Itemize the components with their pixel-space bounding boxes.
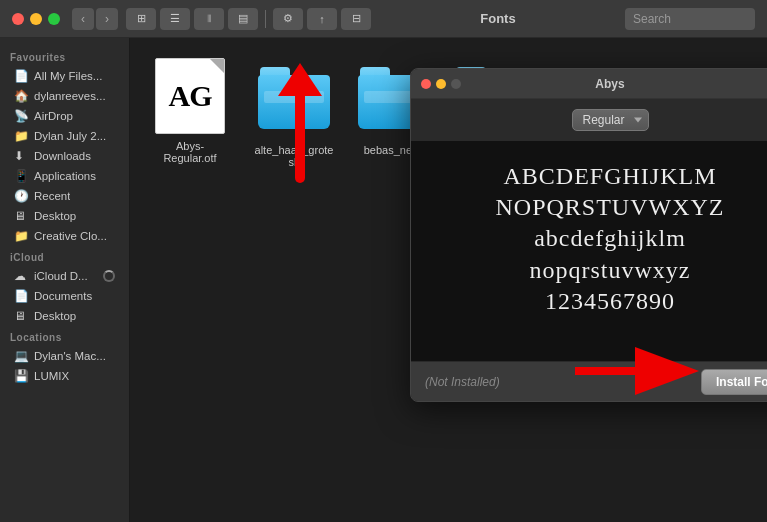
sidebar-item-all-my-files[interactable]: 📄 All My Files... [4, 66, 125, 86]
loading-spinner [103, 270, 115, 282]
traffic-lights [12, 13, 60, 25]
toolbar: ⊞ ☰ ⫴ ▤ ⚙ ↑ ⊟ [126, 8, 371, 30]
icloud-icon: ☁ [14, 269, 28, 283]
sidebar-item-dylanreeves[interactable]: 🏠 dylanreeves... [4, 86, 125, 106]
cover-flow-button[interactable]: ▤ [228, 8, 258, 30]
font-display: ABCDEFGHIJKLM NOPQRSTUVWXYZ abcdefghijkl… [411, 141, 767, 361]
sidebar-item-label: Dylan's Mac... [34, 350, 106, 362]
font-line-4: nopqrstuvwxyz [530, 255, 691, 286]
file-name-label: alte_haas_grotesk [254, 144, 334, 168]
file-area: AG Abys-Regular.otf alte_haas_grotesk [130, 38, 767, 522]
folder-icon: 📁 [14, 129, 28, 143]
sidebar-item-documents[interactable]: 📄 Documents [4, 286, 125, 306]
panel-controls: Regular [411, 99, 767, 141]
document-icon: 📄 [14, 69, 28, 83]
font-file-icon: AG [155, 58, 225, 134]
file-item-alte-haas[interactable]: alte_haas_grotesk [254, 58, 334, 168]
folder-body [258, 75, 330, 129]
sidebar-item-label: Desktop [34, 310, 76, 322]
install-font-button[interactable]: Install Font [701, 369, 767, 395]
back-button[interactable]: ‹ [72, 8, 94, 30]
list-view-button[interactable]: ☰ [160, 8, 190, 30]
file-name-label: Abys-Regular.otf [150, 140, 230, 164]
action-button[interactable]: ⊟ [341, 8, 371, 30]
document-icon: 📄 [14, 289, 28, 303]
sidebar-item-label: Dylan July 2... [34, 130, 106, 142]
panel-title: Abys [461, 77, 759, 91]
recent-icon: 🕐 [14, 189, 28, 203]
folder-shine [264, 91, 324, 103]
sidebar-item-recent[interactable]: 🕐 Recent [4, 186, 125, 206]
preview-font-lines: ABCDEFGHIJKLM NOPQRSTUVWXYZ abcdefghijkl… [496, 161, 725, 317]
sidebar-item-lumix[interactable]: 💾 LUMIX [4, 366, 125, 386]
locations-label: Locations [0, 326, 129, 346]
sidebar-item-applications[interactable]: 📱 Applications [4, 166, 125, 186]
sidebar: Favourites 📄 All My Files... 🏠 dylanreev… [0, 38, 130, 522]
panel-title-bar: Abys [411, 69, 767, 99]
home-icon: 🏠 [14, 89, 28, 103]
sidebar-item-downloads[interactable]: ⬇ Downloads [4, 146, 125, 166]
column-view-button[interactable]: ⫴ [194, 8, 224, 30]
desktop-icon: 🖥 [14, 309, 28, 323]
panel-minimize-button[interactable] [436, 79, 446, 89]
title-bar: ‹ › ⊞ ☰ ⫴ ▤ ⚙ ↑ ⊟ Fonts [0, 0, 767, 38]
install-button-wrapper: Install Font [701, 369, 767, 395]
sidebar-item-label: All My Files... [34, 70, 102, 82]
sidebar-item-label: Applications [34, 170, 96, 182]
style-select-wrapper: Regular [572, 109, 649, 131]
sidebar-item-label: LUMIX [34, 370, 69, 382]
icon-view-button[interactable]: ⊞ [126, 8, 156, 30]
sidebar-item-desktop[interactable]: 🖥 Desktop [4, 206, 125, 226]
panel-traffic-lights [421, 79, 461, 89]
style-select[interactable]: Regular [572, 109, 649, 131]
computer-icon: 💻 [14, 349, 28, 363]
desktop-icon: 🖥 [14, 209, 28, 223]
maximize-button[interactable] [48, 13, 60, 25]
search-input[interactable] [625, 8, 755, 30]
file-item-abys-regular[interactable]: AG Abys-Regular.otf [150, 58, 230, 164]
font-preview-panel: Abys Regular ABCDEFGHIJKLM NOPQRSTUVWXYZ… [410, 68, 767, 402]
close-button[interactable] [12, 13, 24, 25]
main-content: Favourites 📄 All My Files... 🏠 dylanreev… [0, 38, 767, 522]
panel-bottom-bar: (Not Installed) Install Fo [411, 361, 767, 401]
sidebar-item-dylan-mac[interactable]: 💻 Dylan's Mac... [4, 346, 125, 366]
icloud-label: iCloud [0, 246, 129, 266]
arrange-button[interactable]: ⚙ [273, 8, 303, 30]
sidebar-item-dylan-july[interactable]: 📁 Dylan July 2... [4, 126, 125, 146]
minimize-button[interactable] [30, 13, 42, 25]
font-line-5: 1234567890 [545, 286, 675, 317]
panel-close-button[interactable] [421, 79, 431, 89]
sidebar-item-airdrop[interactable]: 📡 AirDrop [4, 106, 125, 126]
window-title: Fonts [371, 11, 625, 26]
share-button[interactable]: ↑ [307, 8, 337, 30]
sidebar-item-label: dylanreeves... [34, 90, 106, 102]
app-icon: 📱 [14, 169, 28, 183]
airdrop-icon: 📡 [14, 109, 28, 123]
panel-maximize-button[interactable] [451, 79, 461, 89]
sidebar-item-icloud-drive[interactable]: ☁ iCloud D... [4, 266, 125, 286]
folder-graphic [258, 67, 330, 129]
favourites-label: Favourites [0, 46, 129, 66]
sidebar-item-label: Documents [34, 290, 92, 302]
font-line-1: ABCDEFGHIJKLM [503, 161, 716, 192]
folder-icon-alte-haas [258, 58, 330, 138]
forward-button[interactable]: › [96, 8, 118, 30]
not-installed-label: (Not Installed) [425, 375, 500, 389]
font-preview-text: AG [169, 81, 212, 111]
sidebar-item-label: AirDrop [34, 110, 73, 122]
sidebar-item-label: Desktop [34, 210, 76, 222]
font-line-3: abcdefghijklm [534, 223, 686, 254]
sidebar-item-creative-cloud[interactable]: 📁 Creative Clo... [4, 226, 125, 246]
sidebar-item-label: Downloads [34, 150, 91, 162]
sidebar-item-label: iCloud D... [34, 270, 88, 282]
nav-buttons: ‹ › [72, 8, 118, 30]
sidebar-item-desktop-icloud[interactable]: 🖥 Desktop [4, 306, 125, 326]
sidebar-item-label: Creative Clo... [34, 230, 107, 242]
cloud-icon: 📁 [14, 229, 28, 243]
drive-icon: 💾 [14, 369, 28, 383]
sidebar-item-label: Recent [34, 190, 70, 202]
download-icon: ⬇ [14, 149, 28, 163]
separator [265, 10, 266, 28]
font-line-2: NOPQRSTUVWXYZ [496, 192, 725, 223]
